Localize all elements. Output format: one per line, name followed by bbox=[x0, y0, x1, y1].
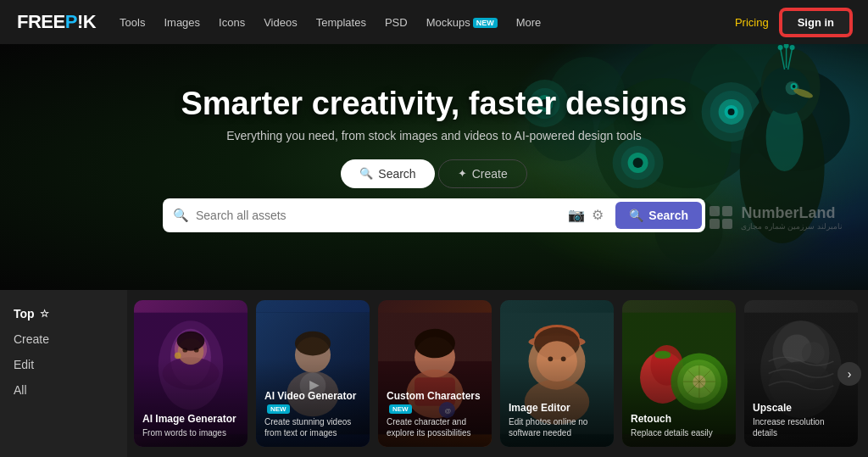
sidebar-item-edit[interactable]: Edit bbox=[14, 354, 114, 375]
card-desc-ai-video: Create stunning videos from text or imag… bbox=[264, 416, 361, 438]
settings-icon[interactable]: ⚙ bbox=[592, 207, 604, 223]
tools-cards: AI Image Generator From words to images bbox=[127, 290, 868, 457]
nav-images[interactable]: Images bbox=[164, 16, 200, 29]
svg-point-19 bbox=[792, 85, 795, 88]
card-title-custom: Custom Characters NEW bbox=[387, 390, 483, 414]
camera-search-icon[interactable]: 📷 bbox=[568, 207, 585, 223]
nav-mockups[interactable]: MockupsNEW bbox=[426, 16, 498, 29]
sidebar-create-label: Create bbox=[14, 332, 49, 346]
sidebar-edit-label: Edit bbox=[14, 358, 34, 371]
search-input[interactable] bbox=[196, 209, 561, 222]
logo[interactable]: FREEP!K bbox=[17, 11, 96, 33]
search-icons: 📷 ⚙ bbox=[568, 207, 609, 223]
card-desc-custom: Create character and explore its possibi… bbox=[387, 416, 483, 438]
card-desc-upscale: Increase resolution details bbox=[753, 416, 849, 438]
search-submit-label: Search bbox=[648, 209, 688, 222]
search-bar: 🔍 📷 ⚙ 🔍 Search bbox=[163, 198, 705, 232]
tool-card-ai-image[interactable]: AI Image Generator From words to images bbox=[134, 300, 248, 447]
tab-create-button[interactable]: ✦ Create bbox=[438, 159, 527, 188]
header-right: Pricing Sign in bbox=[735, 9, 851, 36]
card-desc-ai-image: From words to images bbox=[142, 427, 239, 438]
card-content: Custom Characters NEW Create character a… bbox=[378, 382, 492, 447]
pricing-link[interactable]: Pricing bbox=[735, 16, 769, 29]
svg-point-26 bbox=[789, 45, 794, 50]
search-submit-icon: 🔍 bbox=[629, 209, 643, 222]
ai-video-badge: NEW bbox=[267, 404, 290, 414]
main-nav: Tools Images Icons Videos Templates PSD … bbox=[120, 16, 735, 29]
tab-create-label: Create bbox=[472, 167, 508, 181]
sidebar-item-top[interactable]: Top ☆ bbox=[14, 304, 114, 324]
tools-inner: Top ☆ Create Edit All bbox=[0, 290, 868, 457]
tool-card-custom[interactable]: @ Custom Characters NEW Create character… bbox=[378, 300, 492, 447]
search-tabs: 🔍 Search ✦ Create bbox=[163, 159, 705, 188]
svg-point-25 bbox=[783, 44, 788, 48]
search-tab-icon: 🔍 bbox=[359, 167, 373, 180]
nav-tools[interactable]: Tools bbox=[120, 16, 145, 29]
hero-title: Smarter creativity, faster designs bbox=[163, 86, 705, 122]
tool-card-ai-video[interactable]: AI Video Generator NEW Create stunning v… bbox=[256, 300, 370, 447]
card-title-image-editor: Image Editor bbox=[509, 402, 605, 414]
card-content: Retouch Replace details easily bbox=[622, 404, 736, 447]
nav-templates[interactable]: Templates bbox=[316, 16, 366, 29]
tools-section: Top ☆ Create Edit All bbox=[0, 290, 868, 457]
watermark-sub: نامبرلند سرزمین شماره مجازی bbox=[741, 222, 843, 231]
card-title-ai-video: AI Video Generator NEW bbox=[264, 390, 361, 414]
nav-icons[interactable]: Icons bbox=[219, 16, 245, 29]
nav-videos[interactable]: Videos bbox=[264, 16, 298, 29]
card-content: AI Video Generator NEW Create stunning v… bbox=[256, 382, 370, 447]
nav-psd[interactable]: PSD bbox=[385, 16, 408, 29]
hero-section: NumberLand نامبرلند سرزمین شماره مجازی S… bbox=[0, 44, 868, 290]
tools-sidebar: Top ☆ Create Edit All bbox=[0, 290, 127, 457]
svg-point-24 bbox=[777, 45, 782, 50]
custom-badge: NEW bbox=[389, 404, 412, 414]
tab-search-label: Search bbox=[378, 167, 415, 181]
tab-search-button[interactable]: 🔍 Search bbox=[341, 159, 434, 188]
card-content: AI Image Generator From words to images bbox=[134, 404, 248, 447]
hero-content: Smarter creativity, faster designs Every… bbox=[163, 86, 705, 232]
search-bar-icon: 🔍 bbox=[173, 208, 189, 223]
card-content: Image Editor Edit photos online no softw… bbox=[500, 393, 614, 447]
sidebar-item-create[interactable]: Create bbox=[14, 329, 114, 349]
header: FREEP!K Tools Images Icons Videos Templa… bbox=[0, 0, 868, 44]
svg-point-8 bbox=[727, 109, 734, 115]
tool-card-retouch[interactable]: Retouch Replace details easily bbox=[622, 300, 736, 447]
card-content: Upscale Increase resolution details bbox=[744, 393, 858, 447]
scroll-right-button[interactable]: › bbox=[837, 362, 861, 386]
card-title-upscale: Upscale bbox=[753, 402, 849, 414]
card-desc-image-editor: Edit photos online no software needed bbox=[509, 416, 605, 438]
mockups-badge: NEW bbox=[473, 18, 498, 28]
tool-card-image-editor[interactable]: Image Editor Edit photos online no softw… bbox=[500, 300, 614, 447]
card-title-ai-image: AI Image Generator bbox=[142, 413, 239, 425]
sidebar-top-label: Top bbox=[14, 307, 35, 320]
watermark-icon bbox=[709, 206, 732, 229]
card-desc-retouch: Replace details easily bbox=[631, 427, 727, 438]
star-icon: ☆ bbox=[40, 308, 49, 320]
sidebar-all-label: All bbox=[14, 383, 27, 397]
watermark-brand: NumberLand bbox=[741, 204, 843, 222]
signin-button[interactable]: Sign in bbox=[781, 9, 851, 36]
watermark: NumberLand نامبرلند سرزمین شماره مجازی bbox=[709, 204, 843, 231]
search-submit-button[interactable]: 🔍 Search bbox=[615, 202, 702, 229]
card-title-retouch: Retouch bbox=[631, 413, 727, 425]
create-tab-icon: ✦ bbox=[458, 167, 467, 180]
nav-more[interactable]: More bbox=[516, 16, 542, 29]
hero-subtitle: Everything you need, from stock images a… bbox=[163, 129, 705, 142]
sidebar-item-all[interactable]: All bbox=[14, 380, 114, 400]
